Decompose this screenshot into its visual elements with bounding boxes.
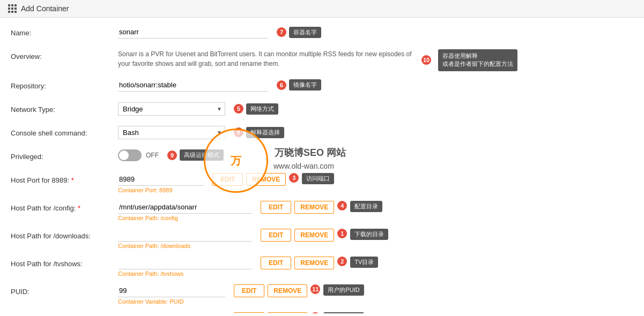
puid-label: PUID: [11,284,118,296]
container-config-label: Container Path: /config [118,215,633,221]
name-tooltip: 容器名字 [289,27,321,38]
privileged-control: OFF 9 高级运行模式 [118,149,633,161]
tvshows-remove-button[interactable]: REMOVE [294,257,334,269]
privileged-toggle[interactable] [118,149,142,161]
pgid-badge: 12 [310,312,320,313]
page-title: Add Container [21,4,69,13]
puid-remove-button[interactable]: REMOVE [268,284,307,297]
downloads-path-control: EDIT REMOVE 1 下载的目录 Container Path: /dow… [118,229,633,249]
downloads-path-label: Host Path for /downloads: [11,229,118,240]
pgid-label: PGID: [11,312,118,313]
pgid-tooltip: 用户的PGID [323,312,364,313]
host-port-remove-button[interactable]: REMOVE [246,173,286,186]
tvshows-path-control: EDIT REMOVE 2 TV目录 Container Path: /tvsh… [118,257,633,277]
host-port-badge: 3 [289,173,299,183]
console-badge-group: 8 解释器选择 [234,127,284,138]
repository-badge: 6 [277,80,286,90]
overview-tooltip: 容器使用解释或者是作者留下的配置方法 [438,49,517,71]
config-edit-button[interactable]: EDIT [261,201,291,214]
toggle-row: OFF 9 高级运行模式 [118,149,633,161]
puid-tooltip: 用户的PUID [323,284,364,296]
name-badge-group: 7 容器名字 [277,27,321,38]
pgid-remove-button[interactable]: REMOVE [268,312,307,313]
overview-row: Overview: Sonarr is a PVR for Usenet and… [11,49,633,71]
config-tooltip: 配置目录 [350,201,382,212]
host-port-control: EDIT REMOVE 3 访问端口 Container Port: 8989 [118,173,633,193]
container-port-label: Container Port: 8989 [118,187,633,193]
header: Add Container [0,0,644,18]
console-badge: 8 [234,127,243,137]
host-port-tooltip: 访问端口 [302,173,334,184]
host-port-input[interactable] [118,173,204,186]
overview-control: Sonarr is a PVR for Usenet and BitTorren… [118,49,633,71]
network-select[interactable]: Bridge Host None [118,102,225,116]
tvshows-path-actions: EDIT REMOVE 2 TV目录 [261,257,378,269]
overview-badge: 10 [421,55,431,65]
host-port-label: Host Port for 8989: [11,173,118,184]
tvshows-path-label: Host Path for /tvshows: [11,257,118,268]
console-select-wrapper: Bash sh zsh ▼ [118,126,225,139]
toggle-off-label: OFF [146,152,159,159]
config-badge: 4 [337,201,347,210]
pgid-control: EDIT REMOVE 12 用户的PGID Container Variabl… [118,312,633,313]
name-control: 7 容器名字 [118,26,633,39]
form-content: Name: 7 容器名字 Overview: Sonarr is a PVR f… [0,18,644,313]
downloads-tooltip: 下载的目录 [350,229,388,240]
pgid-edit-button[interactable]: EDIT [234,312,264,313]
console-select[interactable]: Bash sh zsh [118,126,225,139]
tvshows-tooltip: TV目录 [350,257,378,268]
downloads-path-row: Host Path for /downloads: EDIT REMOVE 1 … [11,229,633,249]
pgid-actions: EDIT REMOVE 12 用户的PGID [234,312,364,313]
repository-tooltip: 镜像名字 [289,79,321,91]
network-control: Bridge Host None ▼ 5 网络方式 [118,102,633,116]
puid-control: EDIT REMOVE 11 用户的PUID Container Variabl… [118,284,633,305]
tvshows-badge: 2 [337,257,347,266]
host-port-edit-button[interactable]: EDIT [212,173,243,186]
downloads-edit-button[interactable]: EDIT [261,229,291,242]
downloads-path-input[interactable] [118,229,252,242]
container-puid-label: Container Variable: PUID [118,298,633,305]
repository-row: Repository: 6 镜像名字 [11,79,633,95]
name-row: Name: 7 容器名字 [11,26,633,42]
overview-text: Sonarr is a PVR for Usenet and BitTorren… [118,49,413,69]
name-input[interactable] [118,26,268,39]
toggle-knob [119,151,129,160]
puid-badge: 11 [310,284,320,294]
config-remove-button[interactable]: REMOVE [294,201,334,214]
network-label: Network Type: [11,102,118,114]
console-label: Console shell command: [11,126,118,137]
privileged-label: Privileged: [11,149,118,161]
tvshows-path-input[interactable] [118,257,252,269]
pgid-row: PGID: EDIT REMOVE 12 用户的PGID Container V… [11,312,633,313]
page-wrapper: Add Container Name: 7 容器名字 Overview: [0,0,644,316]
config-path-label: Host Path for /config: [11,201,118,212]
tvshows-edit-button[interactable]: EDIT [261,257,291,269]
repository-badge-group: 6 镜像名字 [277,79,321,91]
privileged-badge: 9 [167,151,177,160]
repository-label: Repository: [11,79,118,90]
puid-edit-button[interactable]: EDIT [234,284,264,297]
container-downloads-label: Container Path: /downloads [118,243,633,249]
grid-icon [8,4,17,13]
pgid-input[interactable] [118,312,225,313]
network-badge: 5 [234,104,243,114]
repository-control: 6 镜像名字 [118,79,633,92]
config-path-input[interactable] [118,201,252,214]
config-path-actions: EDIT REMOVE 4 配置目录 [261,201,382,214]
downloads-badge: 1 [337,229,347,238]
network-select-wrapper: Bridge Host None ▼ [118,102,225,116]
network-tooltip: 网络方式 [246,103,278,115]
puid-actions: EDIT REMOVE 11 用户的PUID [234,284,364,297]
host-port-actions: EDIT REMOVE 3 访问端口 [212,173,334,186]
console-control: Bash sh zsh ▼ 8 解释器选择 [118,126,633,139]
container-tvshows-label: Container Path: /tvshows [118,270,633,277]
config-path-control: EDIT REMOVE 4 配置目录 Container Path: /conf… [118,201,633,221]
privileged-tooltip: 高级运行模式 [180,149,224,161]
repository-input[interactable] [118,79,268,92]
host-port-row: Host Port for 8989: EDIT REMOVE 3 访问端口 C… [11,173,633,193]
downloads-remove-button[interactable]: REMOVE [294,229,334,242]
puid-input[interactable] [118,284,225,297]
name-label: Name: [11,26,118,37]
network-row: Network Type: Bridge Host None ▼ 5 网络方式 [11,102,633,118]
name-badge: 7 [277,27,286,37]
